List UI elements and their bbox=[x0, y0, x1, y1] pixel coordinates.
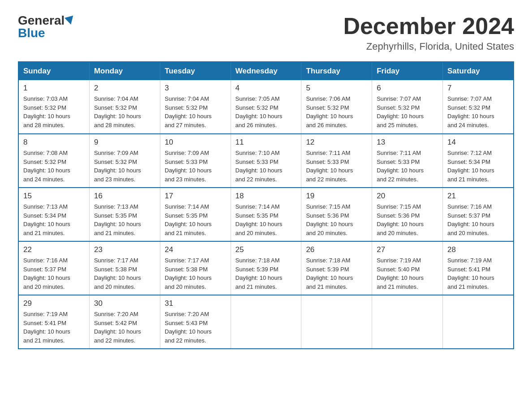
calendar-title: December 2024 bbox=[343, 13, 514, 39]
page-header: General Blue December 2024 Zephyrhills, … bbox=[18, 13, 514, 52]
day-number-w3-d1: 15 bbox=[23, 192, 85, 201]
day-info-w3-d3: Sunrise: 7:14 AM Sunset: 5:35 PM Dayligh… bbox=[165, 202, 226, 237]
calendar-cell-w4-d6: 27Sunrise: 7:19 AM Sunset: 5:40 PM Dayli… bbox=[372, 241, 443, 295]
calendar-cell-w3-d5: 19Sunrise: 7:15 AM Sunset: 5:36 PM Dayli… bbox=[301, 188, 372, 241]
day-info-w3-d2: Sunrise: 7:13 AM Sunset: 5:35 PM Dayligh… bbox=[94, 202, 155, 237]
calendar-cell-w3-d6: 20Sunrise: 7:15 AM Sunset: 5:36 PM Dayli… bbox=[372, 188, 443, 241]
logo-blue-text: Blue bbox=[18, 26, 45, 40]
calendar-cell-w1-d3: 3Sunrise: 7:04 AM Sunset: 5:32 PM Daylig… bbox=[160, 80, 231, 134]
calendar-cell-w1-d5: 5Sunrise: 7:06 AM Sunset: 5:32 PM Daylig… bbox=[301, 80, 372, 134]
day-number-w3-d4: 18 bbox=[236, 192, 297, 201]
day-info-w4-d4: Sunrise: 7:18 AM Sunset: 5:39 PM Dayligh… bbox=[236, 256, 297, 291]
day-info-w5-d2: Sunrise: 7:20 AM Sunset: 5:42 PM Dayligh… bbox=[94, 310, 155, 345]
calendar-cell-w3-d1: 15Sunrise: 7:13 AM Sunset: 5:34 PM Dayli… bbox=[18, 188, 89, 241]
day-number-w3-d7: 21 bbox=[447, 192, 509, 201]
day-info-w2-d2: Sunrise: 7:09 AM Sunset: 5:32 PM Dayligh… bbox=[94, 149, 155, 184]
week-row-1: 1Sunrise: 7:03 AM Sunset: 5:32 PM Daylig… bbox=[18, 80, 514, 134]
calendar-cell-w1-d7: 7Sunrise: 7:07 AM Sunset: 5:32 PM Daylig… bbox=[443, 80, 514, 134]
day-number-w1-d2: 2 bbox=[94, 84, 155, 93]
day-info-w3-d7: Sunrise: 7:16 AM Sunset: 5:37 PM Dayligh… bbox=[447, 202, 509, 237]
day-info-w2-d6: Sunrise: 7:11 AM Sunset: 5:33 PM Dayligh… bbox=[377, 149, 438, 184]
day-number-w2-d7: 14 bbox=[447, 138, 509, 147]
day-info-w5-d3: Sunrise: 7:20 AM Sunset: 5:43 PM Dayligh… bbox=[165, 310, 226, 345]
day-info-w3-d6: Sunrise: 7:15 AM Sunset: 5:36 PM Dayligh… bbox=[377, 202, 438, 237]
day-info-w4-d7: Sunrise: 7:19 AM Sunset: 5:41 PM Dayligh… bbox=[447, 256, 509, 291]
day-number-w2-d6: 13 bbox=[377, 138, 438, 147]
calendar-cell-w3-d2: 16Sunrise: 7:13 AM Sunset: 5:35 PM Dayli… bbox=[89, 188, 160, 241]
day-info-w2-d4: Sunrise: 7:10 AM Sunset: 5:33 PM Dayligh… bbox=[236, 149, 297, 184]
calendar-cell-w3-d4: 18Sunrise: 7:14 AM Sunset: 5:35 PM Dayli… bbox=[231, 188, 301, 241]
calendar-cell-w1-d2: 2Sunrise: 7:04 AM Sunset: 5:32 PM Daylig… bbox=[89, 80, 160, 134]
day-info-w3-d1: Sunrise: 7:13 AM Sunset: 5:34 PM Dayligh… bbox=[23, 202, 85, 237]
day-info-w1-d2: Sunrise: 7:04 AM Sunset: 5:32 PM Dayligh… bbox=[94, 94, 155, 129]
calendar-cell-w2-d7: 14Sunrise: 7:12 AM Sunset: 5:34 PM Dayli… bbox=[443, 134, 514, 188]
day-number-w2-d2: 9 bbox=[94, 138, 155, 147]
day-number-w2-d3: 10 bbox=[165, 138, 226, 147]
calendar-cell-w2-d4: 11Sunrise: 7:10 AM Sunset: 5:33 PM Dayli… bbox=[231, 134, 301, 188]
day-info-w1-d4: Sunrise: 7:05 AM Sunset: 5:32 PM Dayligh… bbox=[236, 94, 297, 129]
day-number-w2-d5: 12 bbox=[306, 138, 367, 147]
day-number-w2-d1: 8 bbox=[23, 138, 85, 147]
day-info-w2-d1: Sunrise: 7:08 AM Sunset: 5:32 PM Dayligh… bbox=[23, 149, 85, 184]
day-number-w1-d7: 7 bbox=[447, 84, 509, 93]
day-number-w3-d2: 16 bbox=[94, 192, 155, 201]
day-number-w3-d3: 17 bbox=[165, 192, 226, 201]
day-number-w4-d4: 25 bbox=[236, 245, 297, 254]
calendar-cell-w4-d4: 25Sunrise: 7:18 AM Sunset: 5:39 PM Dayli… bbox=[231, 241, 301, 295]
header-sunday: Sunday bbox=[18, 62, 89, 80]
header-tuesday: Tuesday bbox=[160, 62, 231, 80]
calendar-cell-w3-d7: 21Sunrise: 7:16 AM Sunset: 5:37 PM Dayli… bbox=[443, 188, 514, 241]
calendar-cell-w5-d4 bbox=[231, 295, 301, 349]
day-number-w4-d5: 26 bbox=[306, 245, 367, 254]
calendar-cell-w3-d3: 17Sunrise: 7:14 AM Sunset: 5:35 PM Dayli… bbox=[160, 188, 231, 241]
logo-arrow-icon bbox=[64, 16, 75, 26]
days-header-row: Sunday Monday Tuesday Wednesday Thursday… bbox=[18, 62, 514, 80]
day-info-w4-d3: Sunrise: 7:17 AM Sunset: 5:38 PM Dayligh… bbox=[165, 256, 226, 291]
day-info-w1-d1: Sunrise: 7:03 AM Sunset: 5:32 PM Dayligh… bbox=[23, 94, 85, 129]
day-number-w4-d1: 22 bbox=[23, 245, 85, 254]
calendar-cell-w5-d2: 30Sunrise: 7:20 AM Sunset: 5:42 PM Dayli… bbox=[89, 295, 160, 349]
day-info-w4-d5: Sunrise: 7:18 AM Sunset: 5:39 PM Dayligh… bbox=[306, 256, 367, 291]
calendar-cell-w5-d5 bbox=[301, 295, 372, 349]
day-number-w1-d6: 6 bbox=[377, 84, 438, 93]
calendar-table: Sunday Monday Tuesday Wednesday Thursday… bbox=[18, 61, 514, 349]
calendar-cell-w5-d1: 29Sunrise: 7:19 AM Sunset: 5:41 PM Dayli… bbox=[18, 295, 89, 349]
day-number-w1-d3: 3 bbox=[165, 84, 226, 93]
calendar-cell-w5-d7 bbox=[443, 295, 514, 349]
day-info-w2-d3: Sunrise: 7:09 AM Sunset: 5:33 PM Dayligh… bbox=[165, 149, 226, 184]
day-number-w1-d4: 4 bbox=[236, 84, 297, 93]
day-info-w3-d5: Sunrise: 7:15 AM Sunset: 5:36 PM Dayligh… bbox=[306, 202, 367, 237]
day-number-w5-d2: 30 bbox=[94, 299, 155, 308]
week-row-4: 22Sunrise: 7:16 AM Sunset: 5:37 PM Dayli… bbox=[18, 241, 514, 295]
day-number-w2-d4: 11 bbox=[236, 138, 297, 147]
day-info-w1-d5: Sunrise: 7:06 AM Sunset: 5:32 PM Dayligh… bbox=[306, 94, 367, 129]
week-row-3: 15Sunrise: 7:13 AM Sunset: 5:34 PM Dayli… bbox=[18, 188, 514, 241]
day-number-w5-d1: 29 bbox=[23, 299, 85, 308]
header-monday: Monday bbox=[89, 62, 160, 80]
calendar-cell-w2-d6: 13Sunrise: 7:11 AM Sunset: 5:33 PM Dayli… bbox=[372, 134, 443, 188]
calendar-cell-w2-d3: 10Sunrise: 7:09 AM Sunset: 5:33 PM Dayli… bbox=[160, 134, 231, 188]
day-info-w2-d7: Sunrise: 7:12 AM Sunset: 5:34 PM Dayligh… bbox=[447, 149, 509, 184]
calendar-cell-w4-d3: 24Sunrise: 7:17 AM Sunset: 5:38 PM Dayli… bbox=[160, 241, 231, 295]
week-row-5: 29Sunrise: 7:19 AM Sunset: 5:41 PM Dayli… bbox=[18, 295, 514, 349]
header-thursday: Thursday bbox=[301, 62, 372, 80]
day-number-w4-d7: 28 bbox=[447, 245, 509, 254]
calendar-cell-w4-d5: 26Sunrise: 7:18 AM Sunset: 5:39 PM Dayli… bbox=[301, 241, 372, 295]
calendar-cell-w4-d7: 28Sunrise: 7:19 AM Sunset: 5:41 PM Dayli… bbox=[443, 241, 514, 295]
day-info-w3-d4: Sunrise: 7:14 AM Sunset: 5:35 PM Dayligh… bbox=[236, 202, 297, 237]
day-number-w1-d5: 5 bbox=[306, 84, 367, 93]
header-friday: Friday bbox=[372, 62, 443, 80]
day-number-w3-d6: 20 bbox=[377, 192, 438, 201]
calendar-cell-w2-d2: 9Sunrise: 7:09 AM Sunset: 5:32 PM Daylig… bbox=[89, 134, 160, 188]
day-info-w4-d6: Sunrise: 7:19 AM Sunset: 5:40 PM Dayligh… bbox=[377, 256, 438, 291]
week-row-2: 8Sunrise: 7:08 AM Sunset: 5:32 PM Daylig… bbox=[18, 134, 514, 188]
calendar-cell-w1-d1: 1Sunrise: 7:03 AM Sunset: 5:32 PM Daylig… bbox=[18, 80, 89, 134]
calendar-cell-w5-d6 bbox=[372, 295, 443, 349]
calendar-cell-w2-d5: 12Sunrise: 7:11 AM Sunset: 5:33 PM Dayli… bbox=[301, 134, 372, 188]
day-number-w3-d5: 19 bbox=[306, 192, 367, 201]
calendar-cell-w1-d4: 4Sunrise: 7:05 AM Sunset: 5:32 PM Daylig… bbox=[231, 80, 301, 134]
calendar-cell-w5-d3: 31Sunrise: 7:20 AM Sunset: 5:43 PM Dayli… bbox=[160, 295, 231, 349]
calendar-cell-w4-d2: 23Sunrise: 7:17 AM Sunset: 5:38 PM Dayli… bbox=[89, 241, 160, 295]
calendar-cell-w4-d1: 22Sunrise: 7:16 AM Sunset: 5:37 PM Dayli… bbox=[18, 241, 89, 295]
header-wednesday: Wednesday bbox=[231, 62, 301, 80]
